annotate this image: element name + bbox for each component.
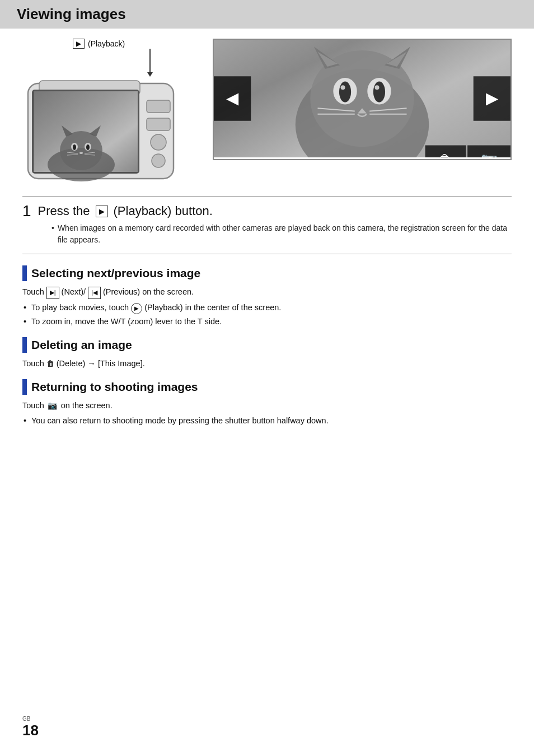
- content-area: ▶ (Playback): [0, 39, 534, 450]
- svg-point-10: [73, 144, 76, 150]
- prev-icon: |◀: [88, 287, 101, 299]
- svg-point-30: [339, 82, 351, 102]
- section-body-deleting: Touch 🗑 (Delete) → [This Image].: [22, 357, 512, 370]
- returning-body-text: Touch 📷 on the screen.: [22, 399, 512, 412]
- section-returning: Returning to shooting images Touch 📷 on …: [22, 379, 512, 427]
- section-body-selecting: Touch ▶| (Next)/ |◀ (Previous) on the sc…: [22, 286, 512, 328]
- playback-icon-label: ▶: [73, 39, 85, 49]
- section-title-selecting: Selecting next/previous image: [31, 267, 200, 280]
- step-number: 1: [22, 203, 31, 219]
- step-instruction: Press the ▶ (Playback) button.: [38, 204, 213, 218]
- playback-btn-icon: ▶: [96, 206, 108, 217]
- page-label: GB: [22, 716, 30, 722]
- press-text: Press the: [38, 204, 90, 218]
- next-icon: ▶|: [46, 287, 59, 299]
- section-title-deleting: Deleting an image: [31, 338, 132, 352]
- blue-bar-selecting: [22, 265, 27, 281]
- selecting-bullet-2: To zoom in, move the W/T (zoom) lever to…: [22, 315, 512, 328]
- playback-circle-icon: ▶: [131, 303, 142, 314]
- svg-rect-17: [147, 100, 170, 113]
- section-heading-returning: Returning to shooting images: [22, 379, 512, 395]
- svg-point-5: [60, 131, 102, 170]
- svg-point-33: [375, 85, 380, 90]
- section-selecting: Selecting next/previous image Touch ▶| (…: [22, 265, 512, 328]
- button-text: (Playback) button.: [114, 204, 213, 218]
- svg-point-11: [86, 144, 90, 150]
- section-heading-deleting: Deleting an image: [22, 337, 512, 353]
- svg-point-31: [373, 82, 385, 102]
- svg-text:◀: ◀: [226, 89, 239, 107]
- section-body-returning: Touch 📷 on the screen. You can also retu…: [22, 399, 512, 427]
- step-note-text: When images on a memory card recorded wi…: [58, 222, 512, 246]
- page-title: Viewing images: [17, 6, 126, 22]
- svg-point-12: [79, 152, 83, 154]
- deleting-body-text: Touch 🗑 (Delete) → [This Image].: [22, 357, 512, 370]
- camera-diagram: ▶ (Playback): [22, 39, 196, 186]
- returning-bullet-1: You can also return to shooting mode by …: [22, 414, 512, 427]
- selecting-body-text: Touch ▶| (Next)/ |◀ (Previous) on the sc…: [22, 286, 512, 299]
- playback-label-text: (Playback): [88, 39, 125, 48]
- svg-point-20: [152, 154, 165, 167]
- step-section: 1 Press the ▶ (Playback) button. • When …: [22, 196, 512, 254]
- svg-text:📷: 📷: [481, 151, 498, 157]
- svg-text:🗑: 🗑: [438, 152, 452, 157]
- svg-point-19: [151, 134, 166, 150]
- camera-icon-returning: 📷: [46, 400, 59, 410]
- camera-illustration: [22, 78, 196, 186]
- trash-icon: 🗑: [46, 357, 54, 370]
- page-header: Viewing images: [0, 0, 534, 29]
- page-number: 18: [22, 722, 39, 739]
- step-note: • When images on a memory card recorded …: [51, 222, 512, 246]
- images-row: ▶ (Playback): [22, 39, 512, 186]
- section-deleting: Deleting an image Touch 🗑 (Delete) → [Th…: [22, 337, 512, 370]
- section-heading-selecting: Selecting next/previous image: [22, 265, 512, 281]
- section-title-returning: Returning to shooting images: [31, 380, 198, 394]
- step-number-row: 1 Press the ▶ (Playback) button.: [22, 203, 512, 219]
- page-footer: GB 18: [22, 716, 39, 739]
- selecting-bullet-1: To play back movies, touch ▶ (Playback) …: [22, 301, 512, 314]
- blue-bar-deleting: [22, 337, 27, 353]
- blue-bar-returning: [22, 379, 27, 395]
- cat-photo-panel: ◀ ▶ 🗑 📷: [213, 39, 512, 160]
- svg-rect-18: [147, 118, 170, 130]
- svg-text:▶: ▶: [486, 89, 499, 107]
- svg-point-32: [341, 85, 345, 90]
